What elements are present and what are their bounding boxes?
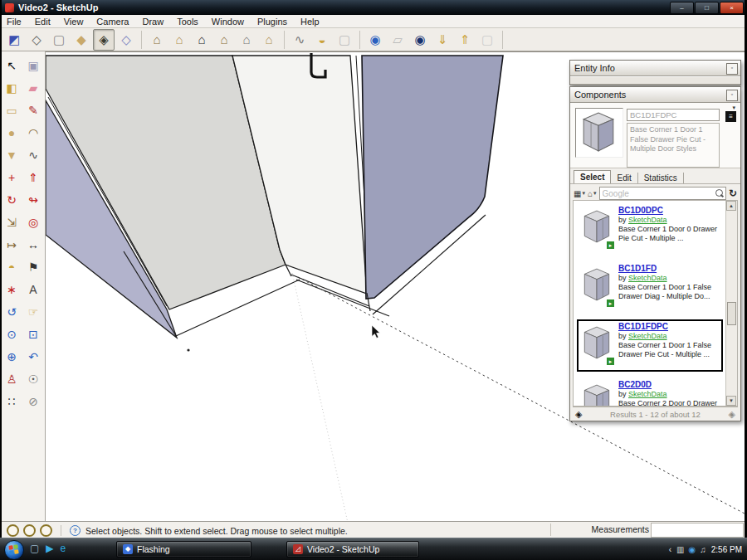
text-tool[interactable]: ⚑ xyxy=(22,256,44,278)
tape-measure-tool[interactable]: ↦ xyxy=(1,233,22,256)
zoom-tool[interactable]: ⊙ xyxy=(1,323,22,345)
follow-me-tool[interactable]: ↬ xyxy=(22,188,44,211)
protractor-tool[interactable]: ◓ xyxy=(1,256,22,278)
component-name-link[interactable]: BC1D0DPC xyxy=(618,206,718,216)
search-icon[interactable] xyxy=(715,189,723,197)
scroll-down-icon[interactable]: ▼ xyxy=(726,396,736,406)
section-plane-tool[interactable]: ⊘ xyxy=(22,390,44,412)
back-view-icon[interactable]: ⌂ xyxy=(236,29,257,51)
menu-item[interactable]: Edit xyxy=(28,17,57,27)
previous-view-tool[interactable]: ↶ xyxy=(22,345,44,368)
line-tool[interactable]: ✎ xyxy=(22,99,44,121)
component-thumbnail[interactable]: ▸ xyxy=(579,380,614,406)
panel-collapse-icon[interactable]: ▫ xyxy=(726,63,738,75)
orbit-tool[interactable]: ↺ xyxy=(1,300,22,323)
tray-volume-icon[interactable]: ♫ xyxy=(700,545,706,554)
component-name-link[interactable]: BC2D0D xyxy=(618,380,718,390)
author-link[interactable]: SketchData xyxy=(628,274,667,282)
monochrome-mode-icon[interactable]: ◇ xyxy=(115,29,137,51)
select-tool[interactable]: ↖ xyxy=(1,54,22,76)
lasso-icon[interactable]: ∿ xyxy=(289,29,310,51)
rotate-tool[interactable]: ↻ xyxy=(1,188,22,211)
status-claim-icon[interactable] xyxy=(23,524,36,537)
offset-tool[interactable]: ◎ xyxy=(22,211,44,233)
zoom-window-tool[interactable]: ⊡ xyxy=(22,323,44,345)
zoom-extents-tool[interactable]: ⊕ xyxy=(1,345,22,368)
circle-tool[interactable]: ● xyxy=(1,121,22,144)
component-name-field[interactable]: BC1D1FDPC xyxy=(627,109,720,121)
iso-view-icon[interactable]: ⌂ xyxy=(146,29,168,51)
tab[interactable]: Select xyxy=(574,170,611,183)
terrain-page-icon[interactable]: ▱ xyxy=(387,29,408,51)
show-desktop-icon[interactable]: ▢ xyxy=(30,543,39,554)
3d-text-tool[interactable]: A xyxy=(22,278,44,300)
left-view-icon[interactable]: ⌂ xyxy=(258,29,280,51)
view-options-dropdown[interactable]: ▦ ▾ xyxy=(574,189,585,198)
component-list-item[interactable]: ▸ BC1D1FD by SketchData Base Corner 1 Do… xyxy=(577,261,723,314)
make-component-tool[interactable]: ▣ xyxy=(22,54,44,76)
windows-media-icon[interactable]: ▶ xyxy=(46,543,53,554)
component-list-item[interactable]: ▸ BC1D1FDPC by SketchData Base Corner 1 … xyxy=(577,319,723,372)
move-tool[interactable]: + xyxy=(1,166,22,188)
grayed-cube-icon[interactable]: ▢ xyxy=(334,29,355,51)
menu-item[interactable]: Window xyxy=(205,17,251,27)
page-forward-icon[interactable]: ◈ xyxy=(729,409,735,420)
author-link[interactable]: SketchData xyxy=(628,216,667,224)
google-earth-night-icon[interactable]: ◉ xyxy=(409,29,431,51)
menu-item[interactable]: Help xyxy=(294,17,326,27)
walk-tool[interactable]: ∷ xyxy=(1,390,22,412)
wireframe-mode-icon[interactable]: ◇ xyxy=(26,29,47,51)
google-earth-icon[interactable]: ◉ xyxy=(364,29,386,51)
tab[interactable]: Edit xyxy=(611,173,637,183)
axes-tool[interactable]: ∗ xyxy=(1,278,22,300)
scrollbar-thumb[interactable] xyxy=(727,302,736,325)
component-gray-icon[interactable]: ▢ xyxy=(476,29,498,51)
refresh-icon[interactable]: ↻ xyxy=(729,187,737,199)
tray-chevron-icon[interactable]: ‹ xyxy=(669,545,671,554)
arc-tool[interactable]: ◠ xyxy=(22,121,44,144)
shaded-mode-icon[interactable]: ◆ xyxy=(71,29,92,51)
get-models-icon[interactable]: ⇓ xyxy=(432,29,453,51)
share-model-icon[interactable]: ⇑ xyxy=(454,29,476,51)
menu-item[interactable]: View xyxy=(57,17,90,27)
scroll-up-icon[interactable]: ▲ xyxy=(726,201,736,211)
component-name-link[interactable]: BC1D1FD xyxy=(618,264,718,274)
close-button[interactable]: × xyxy=(720,2,744,14)
top-view-icon[interactable]: ⌂ xyxy=(168,29,190,51)
secondary-pane-toggle-icon[interactable]: ≡ xyxy=(725,111,736,122)
component-thumbnail[interactable]: ▸ xyxy=(579,264,614,307)
front-view-icon[interactable]: ⌂ xyxy=(191,29,212,51)
menu-item[interactable]: Camera xyxy=(90,17,135,27)
menu-item[interactable]: Draw xyxy=(135,17,170,27)
component-thumbnail[interactable]: ▸ xyxy=(579,322,614,365)
menu-item[interactable]: File xyxy=(0,17,28,27)
taskbar-task-flashing[interactable]: ◆ Flashing xyxy=(116,541,251,558)
tab[interactable]: Statistics xyxy=(638,173,684,183)
scale-tool[interactable]: ⇲ xyxy=(1,211,22,233)
hidden-line-mode-icon[interactable]: ▢ xyxy=(48,29,70,51)
component-name-link[interactable]: BC1D1FDPC xyxy=(618,322,718,332)
author-link[interactable]: SketchData xyxy=(628,332,667,340)
panel-collapse-icon[interactable]: ▫ xyxy=(726,90,738,101)
page-back-icon[interactable]: ◈ xyxy=(575,409,582,420)
status-geolocation-icon[interactable] xyxy=(7,524,19,537)
component-thumbnail[interactable]: ▸ xyxy=(579,206,614,249)
rectangle-tool[interactable]: ▭ xyxy=(1,99,22,121)
eraser-tool[interactable]: ▰ xyxy=(22,76,44,99)
xray-mode-icon[interactable]: ◩ xyxy=(3,29,25,51)
position-camera-tool[interactable]: ♙ xyxy=(1,368,22,390)
component-list-item[interactable]: ▸ BC1D0DPC by SketchData Base Corner 1 D… xyxy=(577,203,723,256)
polygon-tool[interactable]: ▼ xyxy=(1,144,22,166)
component-description-field[interactable]: Base Corner 1 Door 1 False Drawer Pie Cu… xyxy=(627,123,720,168)
author-link[interactable]: SketchData xyxy=(628,390,667,398)
status-credits-icon[interactable] xyxy=(40,524,52,537)
search-input[interactable] xyxy=(600,188,725,198)
pan-tool[interactable]: ☞ xyxy=(22,300,44,323)
paint-bucket-tool[interactable]: ◧ xyxy=(1,76,22,99)
in-model-dropdown[interactable]: ⌂ ▾ xyxy=(588,189,597,198)
push-pull-tool[interactable]: ⇑ xyxy=(22,166,44,188)
maximize-button[interactable]: □ xyxy=(695,2,719,14)
dimension-tool[interactable]: ↔ xyxy=(22,233,44,256)
taskbar-task-sketchup[interactable]: ◿ Video2 - SketchUp xyxy=(286,541,419,558)
right-view-icon[interactable]: ⌂ xyxy=(213,29,235,51)
